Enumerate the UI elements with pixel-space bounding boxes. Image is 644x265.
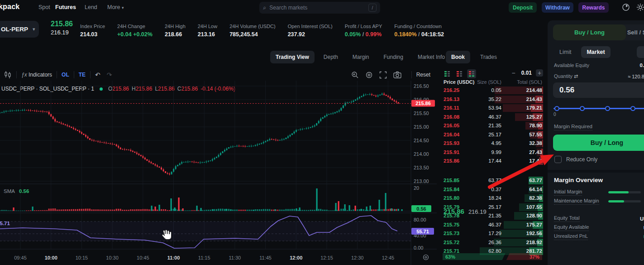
quantity-slider[interactable] [553,106,644,111]
svg-text:55.71: 55.71 [0,221,10,226]
tab-buy-long[interactable]: Buy / Long [553,24,626,40]
search-placeholder: Search markets [269,5,368,11]
quantity-approx: ≈ 120.882 [628,74,644,79]
svg-text:11:15: 11:15 [198,255,210,260]
tab-funding[interactable]: Funding [378,51,409,63]
deposit-button[interactable]: Deposit [509,2,537,13]
settings-gear-icon[interactable] [636,3,644,13]
buy-ratio: 63% [443,253,506,260]
ask-row[interactable]: 216.1335.22214.43 [437,95,548,104]
bid-row[interactable]: 215.840.3764.14 [437,185,548,194]
ask-row[interactable]: 215.934.9532.38 [437,139,548,148]
book-mode-bids-icon[interactable] [443,69,452,78]
svg-text:55.71: 55.71 [416,229,429,234]
brand-logo[interactable]: kpack [0,3,19,11]
ask-row[interactable]: 216.1153.94179.21 [437,104,548,112]
ask-row[interactable]: 216.0425.1757.55 [437,130,548,139]
svg-text:11:00: 11:00 [167,255,180,260]
rewards-button[interactable]: Rewards [578,2,609,13]
svg-text:215.00: 215.00 [414,124,429,130]
tick-minus-button[interactable]: − [510,69,517,77]
last-price: 215.86 [51,20,73,28]
svg-text:10:00: 10:00 [45,255,57,260]
tab-sell-short[interactable]: Sell / Shor [626,24,644,40]
tab-market[interactable]: Market [581,46,610,58]
equity-total-row: Equity Total US [554,215,644,222]
bid-row[interactable]: 215.7317.29192.56 [437,229,548,238]
svg-text:11:45: 11:45 [259,255,272,260]
trading-app: kpack Spot Futures Lend More ▾ ⌕ Search … [0,0,644,265]
tab-depth[interactable]: Depth [318,51,343,63]
withdraw-button[interactable]: Withdraw [542,2,573,13]
svg-text:214.50: 214.50 [414,138,429,143]
bid-row[interactable]: 215.8563.7763.77 [437,176,548,185]
book-mode-asks-icon[interactable] [455,69,464,78]
search-input[interactable]: ⌕ Search markets / [259,2,380,14]
equity-available-row: Equity Available U [554,224,644,231]
svg-text:215.50: 215.50 [414,111,429,116]
book-display-modes [443,69,476,78]
bid-row[interactable]: 215.7925.17107.55 [437,203,548,212]
tab-margin[interactable]: Margin [347,51,375,63]
tick-size-value: 0.01 [521,70,532,76]
nav-item-more[interactable]: More ▾ [107,4,124,10]
history-clock-icon[interactable] [622,3,630,13]
ask-row[interactable]: 216.0846.37125.27 [437,113,548,121]
tick-size-stepper: − 0.01 + [510,69,543,77]
reduce-only-label: Reduce Only [566,156,597,163]
book-tab-trades[interactable]: Trades [475,51,502,63]
bid-row[interactable]: 215.8018.2482.38 [437,194,548,202]
bid-row[interactable]: 215.7821.35128.90 [437,212,548,220]
maintenance-margin-row: Maintenance Margin [554,198,641,205]
svg-text:0.56: 0.56 [416,206,426,212]
svg-text:213.00: 213.00 [414,178,429,184]
ask-row[interactable]: 215.919.9927.43 [437,148,548,157]
nav-item-lend[interactable]: Lend [85,4,97,10]
ask-row[interactable]: 215.8617.4417.44 [437,157,548,165]
svg-text:12:45: 12:45 [382,255,395,260]
svg-text:10:15: 10:15 [76,255,88,260]
maintenance-margin-bar [608,200,641,202]
svg-text:SMA: SMA [4,188,15,194]
order-type-tabs: Limit Market [554,46,611,58]
stat-item: 24H Change+0.04 +0.02% [117,24,153,38]
symbol-selector[interactable]: OL-PERP ▾ [0,21,39,38]
nav-item-futures[interactable]: Futures [55,4,76,10]
margin-overview-title: Margin Overview [554,177,603,183]
reduce-only-checkbox[interactable] [554,156,562,163]
tab-limit[interactable]: Limit [554,46,577,58]
tick-plus-button[interactable]: + [536,69,543,77]
buy-sell-ratio-bar: 63% 37% [443,253,542,260]
bid-row[interactable]: 215.7546.37175.27 [437,221,548,229]
order-form-panel: Buy / Long Sell / Shor Limit Market Avai… [548,20,644,265]
search-icon: ⌕ [263,4,266,11]
available-equity-row: Available Equity 0.38 [554,63,644,68]
unrealized-pnl-row: Unrealized PnL U [554,233,644,240]
nav-item-spot[interactable]: Spot [38,4,50,10]
mark-price: 216.19 [51,29,69,36]
svg-text:12:15: 12:15 [320,255,333,260]
stats-row: Index Price214.0324H Change+0.04 +0.02%2… [80,24,444,38]
tab-trading-view[interactable]: Trading View [270,51,315,63]
book-mode-both-icon[interactable] [467,69,476,78]
svg-text:215.86: 215.86 [415,101,431,106]
svg-text:12:30: 12:30 [351,255,364,260]
side-tabs: Buy / Long Sell / Shor [553,24,644,40]
svg-text:0.00: 0.00 [414,245,423,251]
margin-required-label: Margin Required [554,124,592,130]
svg-text:20: 20 [414,185,419,191]
svg-text:10:30: 10:30 [106,255,119,260]
order-options-button[interactable] [637,46,644,58]
stat-item: 24H High218.66 [165,24,186,38]
svg-text:12:00: 12:00 [290,255,302,260]
book-tab-book[interactable]: Book [446,51,470,63]
slash-shortcut-badge: / [368,4,377,12]
ask-row[interactable]: 216.250.05214.48 [437,86,548,95]
candlestick-chart[interactable]: 09:4510:0010:1510:3010:4511:0011:1511:30… [0,63,437,265]
bid-row[interactable]: 215.7226.36218.92 [437,238,548,247]
ask-row[interactable]: 216.0521.3578.90 [437,121,548,130]
buy-long-submit-button[interactable]: Buy / Long [553,135,644,151]
initial-margin-row: Initial Margin [554,189,641,196]
swap-units-icon[interactable]: ⇄ [574,73,578,79]
quantity-input[interactable]: 0.56 [553,82,644,98]
